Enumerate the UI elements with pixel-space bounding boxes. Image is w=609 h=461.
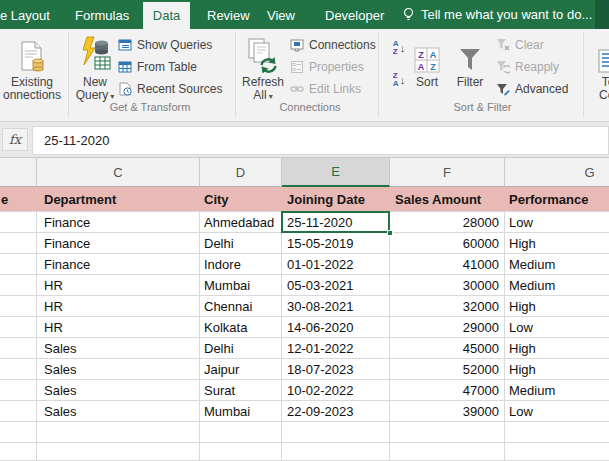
tab-review[interactable]: Review <box>207 2 250 29</box>
empty-cell[interactable] <box>0 254 37 275</box>
table-cell[interactable]: Kolkata <box>200 317 282 338</box>
table-cell[interactable]: Ahmedabad <box>200 212 282 233</box>
column-header-g[interactable]: G <box>505 158 609 187</box>
table-cell[interactable]: Surat <box>200 380 282 401</box>
show-queries-button[interactable]: Show Queries <box>118 36 212 53</box>
table-header-sales-amount[interactable]: Sales Amount <box>395 187 481 212</box>
tell-me-box[interactable]: Tell me what you want to do... <box>402 0 592 29</box>
empty-cell[interactable] <box>0 233 37 254</box>
table-cell[interactable]: 30-08-2021 <box>282 296 390 317</box>
table-cell[interactable]: 10-02-2022 <box>282 380 390 401</box>
table-cell[interactable]: 29000 <box>390 317 505 338</box>
table-cell[interactable]: 15-05-2019 <box>282 233 390 254</box>
tab-developer[interactable]: Developer <box>325 2 384 29</box>
empty-cell[interactable] <box>390 443 505 461</box>
table-header-city[interactable]: City <box>204 187 229 212</box>
empty-cell[interactable] <box>0 359 37 380</box>
table-cell[interactable]: Mumbai <box>200 401 282 422</box>
table-cell[interactable]: High <box>505 359 609 380</box>
table-cell[interactable]: Low <box>505 401 609 422</box>
table-cell[interactable]: Finance <box>37 233 200 254</box>
empty-cell[interactable] <box>0 338 37 359</box>
empty-cell[interactable] <box>0 212 37 233</box>
table-cell[interactable]: 32000 <box>390 296 505 317</box>
connections-button[interactable]: Connections <box>290 36 376 53</box>
table-cell[interactable]: 39000 <box>390 401 505 422</box>
fill-handle[interactable] <box>387 230 393 236</box>
table-cell[interactable]: 12-01-2022 <box>282 338 390 359</box>
table-cell[interactable]: 47000 <box>390 380 505 401</box>
column-header-c[interactable]: C <box>37 158 200 187</box>
empty-cell[interactable] <box>200 422 282 443</box>
empty-cell[interactable] <box>282 422 390 443</box>
table-cell[interactable]: Jaipur <box>200 359 282 380</box>
table-cell[interactable]: Medium <box>505 254 609 275</box>
text-to-columns-button[interactable]: Te Col <box>588 31 609 119</box>
table-cell[interactable]: Medium <box>505 380 609 401</box>
table-cell[interactable]: 14-06-2020 <box>282 317 390 338</box>
tab-e-layout[interactable]: e Layout <box>0 2 50 29</box>
tab-view[interactable]: View <box>267 2 295 29</box>
table-header-performance[interactable]: Performance <box>509 187 588 212</box>
empty-cell[interactable] <box>0 275 37 296</box>
empty-cell[interactable] <box>200 443 282 461</box>
table-cell[interactable]: 05-03-2021 <box>282 275 390 296</box>
empty-cell[interactable] <box>0 401 37 422</box>
table-cell[interactable]: High <box>505 296 609 317</box>
table-cell[interactable]: 30000 <box>390 275 505 296</box>
table-cell[interactable]: 28000 <box>390 212 505 233</box>
table-header-partial[interactable]: e <box>1 187 8 212</box>
table-cell[interactable]: Mumbai <box>200 275 282 296</box>
table-cell[interactable]: 18-07-2023 <box>282 359 390 380</box>
table-cell[interactable]: 52000 <box>390 359 505 380</box>
empty-cell[interactable] <box>0 317 37 338</box>
table-cell[interactable]: Low <box>505 212 609 233</box>
empty-cell[interactable] <box>0 443 37 461</box>
table-cell[interactable]: Delhi <box>200 233 282 254</box>
empty-cell[interactable] <box>0 422 37 443</box>
table-cell[interactable]: Finance <box>37 212 200 233</box>
table-cell[interactable]: Sales <box>37 380 200 401</box>
empty-cell[interactable] <box>0 296 37 317</box>
table-cell[interactable]: 41000 <box>390 254 505 275</box>
empty-cell[interactable] <box>37 443 200 461</box>
table-cell[interactable]: HR <box>37 317 200 338</box>
insert-function-button[interactable]: fx <box>2 128 28 151</box>
recent-sources-button[interactable]: Recent Sources <box>118 80 222 97</box>
table-cell[interactable]: Delhi <box>200 338 282 359</box>
table-cell[interactable]: 60000 <box>390 233 505 254</box>
tab-data[interactable]: Data <box>143 2 190 29</box>
formula-input[interactable]: 25-11-2020 <box>32 126 609 155</box>
table-cell[interactable]: High <box>505 233 609 254</box>
empty-cell[interactable] <box>282 443 390 461</box>
table-cell[interactable]: Sales <box>37 359 200 380</box>
table-cell[interactable]: High <box>505 338 609 359</box>
table-cell[interactable]: Medium <box>505 275 609 296</box>
table-cell[interactable]: Sales <box>37 338 200 359</box>
existing-connections-button[interactable]: Existing onnections <box>0 31 70 119</box>
tab-formulas[interactable]: Formulas <box>75 2 129 29</box>
from-table-button[interactable]: From Table <box>118 58 197 75</box>
table-cell[interactable]: Finance <box>37 254 200 275</box>
column-header-d[interactable]: D <box>200 158 282 187</box>
table-cell[interactable]: Indore <box>200 254 282 275</box>
table-cell[interactable]: 45000 <box>390 338 505 359</box>
table-cell[interactable]: HR <box>37 275 200 296</box>
table-cell[interactable]: Chennai <box>200 296 282 317</box>
table-cell[interactable]: 22-09-2023 <box>282 401 390 422</box>
empty-cell[interactable] <box>505 443 609 461</box>
column-header-e[interactable]: E <box>282 158 390 187</box>
table-cell[interactable]: 01-01-2022 <box>282 254 390 275</box>
empty-cell[interactable] <box>37 422 200 443</box>
column-header-partial[interactable] <box>0 158 37 187</box>
advanced-button[interactable]: Advanced <box>496 80 568 97</box>
empty-cell[interactable] <box>0 380 37 401</box>
table-cell[interactable]: Low <box>505 317 609 338</box>
table-header-department[interactable]: Department <box>44 187 116 212</box>
empty-cell[interactable] <box>505 422 609 443</box>
table-header-joining-date[interactable]: Joining Date <box>287 187 365 212</box>
table-cell[interactable]: Sales <box>37 401 200 422</box>
empty-cell[interactable] <box>390 422 505 443</box>
column-header-f[interactable]: F <box>390 158 505 187</box>
table-cell[interactable]: HR <box>37 296 200 317</box>
